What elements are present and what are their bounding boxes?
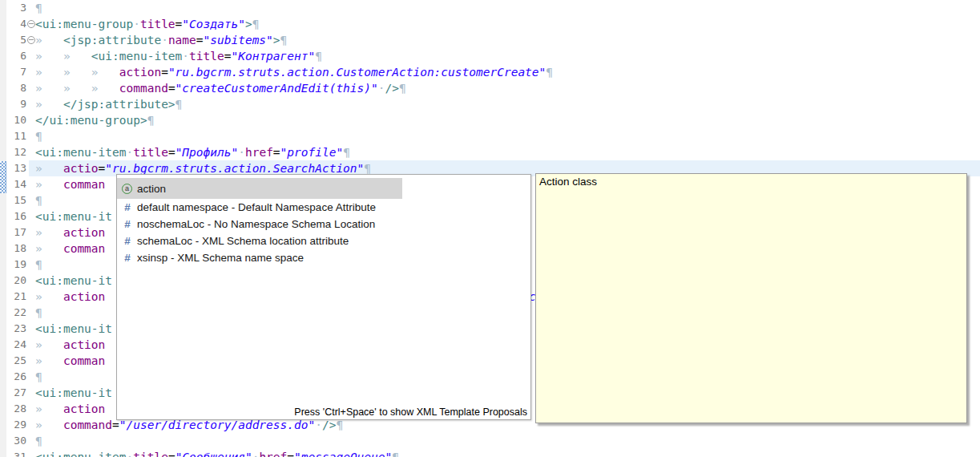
line-number[interactable]: 3 [6,0,26,16]
line-number[interactable]: 25 [6,353,26,369]
line-number[interactable]: 9 [6,96,26,112]
line-number[interactable]: 19 [6,257,26,273]
completion-item-3[interactable]: #noschemaLoc - No Namespace Schema Locat… [117,216,530,233]
code-text: ¶ [35,306,42,319]
fold-column [26,192,35,208]
completion-item-label: default namespace - Default Namespace At… [137,201,376,213]
line-number[interactable]: 10 [6,112,26,128]
attribute-proposal-icon: a [122,184,132,194]
line-number[interactable]: 30 [6,433,26,449]
fold-column [26,80,35,96]
fold-column [26,224,35,241]
code-line-3[interactable]: 3¶ [0,0,980,16]
line-number[interactable]: 20 [6,273,26,289]
completion-item-label: schemaLoc - XML Schema location attribut… [137,235,349,247]
code-text: » » » action="ru.bgcrm.struts.action.Cus… [35,66,553,79]
completion-item-1[interactable]: aaction [117,178,402,199]
fold-column [26,385,35,401]
completion-item-5[interactable]: #xsinsp - XML Schema name space [117,249,530,266]
code-text: ¶ [35,370,42,383]
line-number[interactable]: 11 [6,128,26,144]
completion-item-4[interactable]: #schemaLoc - XML Schema location attribu… [117,233,530,249]
fold-column [26,321,35,337]
line-number[interactable]: 6 [6,48,26,64]
fold-column [26,353,35,369]
code-text: <ui:menu-group·title="Создать">¶ [35,18,259,30]
line-number[interactable]: 4 [6,16,26,32]
code-text: » </jsp:attribute>¶ [35,98,182,111]
code-line-8[interactable]: 8» » » command="createCustomerAndEdit(th… [0,80,980,96]
line-number[interactable]: 18 [6,241,26,257]
fold-column [26,208,35,224]
line-number[interactable]: 27 [6,385,26,401]
line-number[interactable]: 21 [6,289,26,305]
code-text: » <jsp:attribute·name="subitems">¶ [35,34,287,47]
fold-toggle-icon[interactable] [27,20,35,28]
xml-editor-canvas[interactable]: 3¶4<ui:menu-group·title="Создать">¶5» <j… [0,0,980,457]
code-text: <ui:menu-it [35,210,112,223]
code-text: » » <ui:menu-item·title="Контрагент"¶ [35,50,322,63]
fold-toggle-icon[interactable] [27,36,35,44]
code-text: ¶ [35,258,42,271]
fold-column [26,128,35,144]
completion-item-2[interactable]: #default namespace - Default Namespace A… [117,199,530,216]
line-number[interactable]: 8 [6,80,26,96]
fold-column [26,305,35,321]
template-proposal-icon: # [122,252,133,264]
code-line-11[interactable]: 11¶ [0,128,980,144]
code-text: <ui:menu-item·title="Профиль"·href="prof… [35,146,350,159]
code-text: <ui:menu-it [35,322,112,335]
annotation-ruler[interactable] [0,0,6,457]
code-text: » comman [35,242,105,255]
proposal-info-text: Action class [536,174,966,189]
fold-column [26,401,35,417]
code-text: » actio="ru.bgcrm.struts.action.SearchAc… [35,162,371,175]
code-line-5[interactable]: 5» <jsp:attribute·name="subitems">¶ [0,32,980,48]
code-text: ¶ [35,2,42,14]
line-number[interactable]: 17 [6,224,26,241]
code-line-31[interactable]: 31<ui:menu-item·title="Сообщения"·href="… [0,449,980,457]
fold-column [26,273,35,289]
line-number[interactable]: 24 [6,337,26,353]
content-assist-popup[interactable]: aaction#default namespace - Default Name… [116,174,531,420]
code-text: » comman [35,354,105,367]
code-line-10[interactable]: 10</ui:menu-group>¶ [0,112,980,128]
range-indicator [0,161,6,193]
completion-list: aaction#default namespace - Default Name… [117,175,530,266]
completion-item-label: xsinsp - XML Schema name space [137,252,304,264]
fold-column [26,257,35,273]
fold-column [26,176,35,192]
code-text: » action [35,338,105,351]
code-line-4[interactable]: 4<ui:menu-group·title="Создать">¶ [0,16,980,32]
template-proposal-icon: # [122,201,133,213]
line-number[interactable]: 22 [6,305,26,321]
template-proposal-icon: # [122,235,133,247]
code-line-9[interactable]: 9» </jsp:attribute>¶ [0,96,980,112]
line-number[interactable]: 31 [6,449,26,457]
fold-column [26,433,35,449]
line-number[interactable]: 5 [6,32,26,48]
fold-column [26,160,35,176]
code-line-6[interactable]: 6» » <ui:menu-item·title="Контрагент"¶ [0,48,980,64]
line-number[interactable]: 23 [6,321,26,337]
code-text: » action [35,226,105,239]
fold-column [26,32,35,48]
line-number[interactable]: 16 [6,208,26,224]
line-number[interactable]: 13 [6,160,26,176]
code-line-12[interactable]: 12<ui:menu-item·title="Профиль"·href="pr… [0,144,980,160]
line-number[interactable]: 29 [6,417,26,433]
code-text: » action [35,290,105,303]
code-text: » » » command="createCustomerAndEdit(thi… [35,82,406,95]
line-number[interactable]: 26 [6,369,26,385]
code-line-30[interactable]: 30¶ [0,433,980,449]
fold-column [26,337,35,353]
line-number[interactable]: 14 [6,176,26,192]
fold-column [26,0,35,16]
code-text: ¶ [35,130,42,143]
line-number[interactable]: 7 [6,64,26,80]
line-number[interactable]: 28 [6,401,26,417]
line-number[interactable]: 12 [6,144,26,160]
fold-column [26,449,35,457]
line-number[interactable]: 15 [6,192,26,208]
code-line-7[interactable]: 7» » » action="ru.bgcrm.struts.action.Cu… [0,64,980,80]
